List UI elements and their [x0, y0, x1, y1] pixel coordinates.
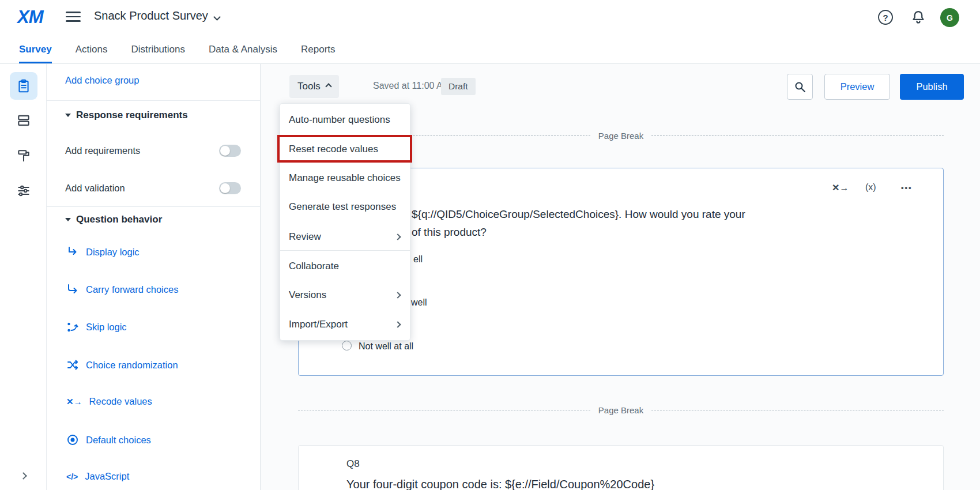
- survey-title[interactable]: Snack Product Survey: [94, 9, 208, 22]
- section-response-requirements[interactable]: Response requirements: [65, 110, 188, 121]
- collapse-caret-icon: [65, 218, 71, 221]
- divider: [47, 206, 260, 207]
- menu-item-versions[interactable]: Versions: [280, 281, 410, 310]
- menu-item-collaborate[interactable]: Collaborate: [280, 252, 410, 281]
- menu-item-review[interactable]: Review: [280, 223, 410, 251]
- menu-item-generate-test-responses[interactable]: Generate test responses: [280, 193, 410, 221]
- preview-button[interactable]: Preview: [824, 74, 890, 100]
- piped-text-icon[interactable]: (x): [865, 182, 876, 193]
- search-button[interactable]: [787, 74, 813, 100]
- hamburger-menu-icon[interactable]: [66, 12, 81, 23]
- sidebar-item-recode-values[interactable]: ✕→ Recode values: [66, 396, 152, 407]
- menu-item-import-export[interactable]: Import/Export: [280, 310, 410, 339]
- add-requirements-toggle[interactable]: [219, 145, 241, 157]
- add-validation-label: Add validation: [65, 183, 125, 194]
- survey-options-icon[interactable]: [10, 177, 37, 205]
- javascript-icon: </>: [66, 472, 78, 481]
- divider: [47, 100, 260, 101]
- chevron-up-icon: [325, 83, 331, 89]
- sidebar-item-choice-randomization[interactable]: Choice randomization: [66, 359, 178, 371]
- choice-label-fragment[interactable]: well: [411, 297, 427, 308]
- tools-dropdown-menu: Auto-number questions Reset recode value…: [280, 103, 410, 341]
- submenu-chevron-icon: [394, 233, 401, 240]
- sidebar-item-display-logic[interactable]: Display logic: [66, 246, 140, 258]
- submenu-chevron-icon: [394, 321, 401, 327]
- choice-label-fragment[interactable]: ell: [413, 254, 423, 265]
- shuffle-icon: [66, 359, 79, 371]
- survey-flow-icon[interactable]: [10, 107, 37, 134]
- question-editing-pane: Add choice group Response requirements A…: [47, 64, 261, 490]
- submenu-chevron-icon: [394, 292, 401, 298]
- page-break-label: Page Break: [590, 131, 651, 141]
- top-header: XM Snack Product Survey ? G: [0, 0, 980, 35]
- section-question-behavior[interactable]: Question behavior: [65, 214, 162, 225]
- page-break-divider: Page Break: [298, 405, 944, 415]
- tab-data-analysis[interactable]: Data & Analysis: [209, 35, 277, 63]
- radio-button[interactable]: [342, 341, 352, 350]
- tab-actions[interactable]: Actions: [76, 35, 108, 63]
- survey-builder-icon[interactable]: [10, 72, 37, 100]
- question-text[interactable]: ${q://QID5/ChoiceGroup/SelectedChoices}.…: [412, 205, 745, 241]
- collapse-caret-icon: [65, 114, 71, 117]
- menu-item-manage-reusable-choices[interactable]: Manage reusable choices: [280, 164, 410, 193]
- autosave-status: Saved at 11:00 AM: [373, 81, 450, 91]
- carry-forward-icon: [66, 283, 79, 296]
- add-choice-group-link[interactable]: Add choice group: [65, 75, 139, 86]
- menu-item-reset-recode-values[interactable]: Reset recode values: [280, 135, 410, 164]
- publish-button[interactable]: Publish: [900, 74, 964, 100]
- choice-label[interactable]: Not well at all: [359, 341, 413, 352]
- question-card-q8[interactable]: Q8 Your four-digit coupon code is: ${e:/…: [298, 445, 944, 490]
- avatar[interactable]: G: [940, 8, 959, 27]
- question-text[interactable]: Your four-digit coupon code is: ${e://Fi…: [346, 478, 654, 490]
- page-break-label: Page Break: [590, 405, 651, 415]
- default-choices-icon: [66, 434, 79, 446]
- sidebar-item-skip-logic[interactable]: Skip logic: [66, 321, 127, 333]
- look-and-feel-icon[interactable]: [10, 142, 37, 169]
- sidebar-item-carry-forward-choices[interactable]: Carry forward choices: [66, 283, 178, 296]
- more-options-icon[interactable]: •••: [901, 183, 913, 192]
- sidebar-item-default-choices[interactable]: Default choices: [66, 434, 151, 446]
- recode-values-indicator-icon[interactable]: ✕→: [832, 182, 849, 193]
- display-logic-icon: [66, 246, 79, 258]
- tab-survey[interactable]: Survey: [19, 35, 52, 63]
- menu-item-auto-number-questions[interactable]: Auto-number questions: [280, 105, 410, 134]
- skip-logic-icon: [66, 321, 79, 333]
- primary-nav: Survey Actions Distributions Data & Anal…: [0, 35, 980, 64]
- xm-logo: XM: [17, 7, 43, 28]
- add-validation-toggle[interactable]: [219, 182, 241, 194]
- left-icon-rail: [0, 64, 47, 490]
- recode-values-icon: ✕→: [66, 397, 82, 407]
- sidebar-item-javascript[interactable]: </> JavaScript: [66, 471, 129, 482]
- add-requirements-label: Add requirements: [65, 145, 140, 156]
- title-chevron-down-icon[interactable]: [213, 13, 221, 21]
- tools-button[interactable]: Tools: [289, 75, 339, 98]
- question-id: Q8: [346, 458, 360, 470]
- rail-expand-chevron-icon[interactable]: [21, 470, 26, 481]
- menu-divider: [280, 250, 410, 251]
- notifications-bell-icon[interactable]: [910, 9, 927, 26]
- status-badge: Draft: [441, 78, 476, 95]
- search-icon: [794, 81, 806, 93]
- help-icon[interactable]: ?: [878, 10, 893, 25]
- tab-reports[interactable]: Reports: [301, 35, 336, 63]
- tab-distributions[interactable]: Distributions: [131, 35, 185, 63]
